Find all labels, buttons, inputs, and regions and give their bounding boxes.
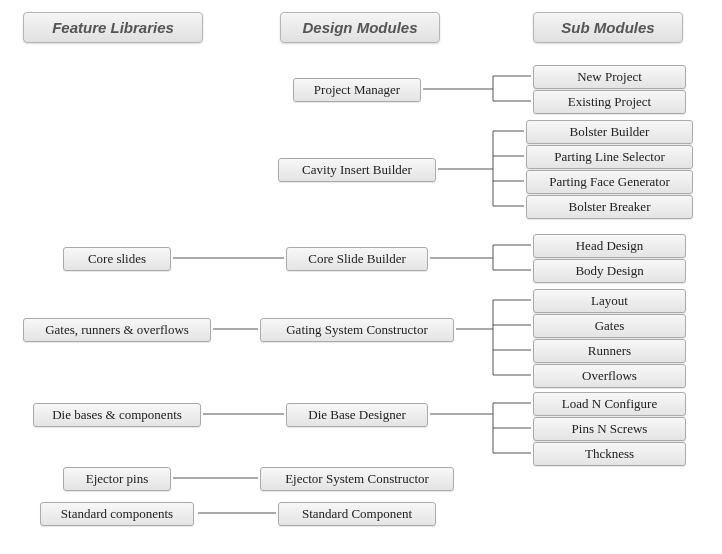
sub-thickness: Thckness: [533, 442, 686, 466]
header-sub-modules: Sub Modules: [533, 12, 683, 43]
module-ejector-system-constructor: Ejector System Constructor: [260, 467, 454, 491]
sub-gates: Gates: [533, 314, 686, 338]
sub-parting-face-generator: Parting Face Generator: [526, 170, 693, 194]
module-standard-component: Standard Component: [278, 502, 436, 526]
sub-overflows: Overflows: [533, 364, 686, 388]
sub-body-design: Body Design: [533, 259, 686, 283]
sub-existing-project: Existing Project: [533, 90, 686, 114]
module-core-slide-builder: Core Slide Builder: [286, 247, 428, 271]
feature-ejector-pins: Ejector pins: [63, 467, 171, 491]
feature-die-bases: Die bases & components: [33, 403, 201, 427]
sub-load-n-configure: Load N Configure: [533, 392, 686, 416]
sub-parting-line-selector: Parting Line Selector: [526, 145, 693, 169]
header-feature-libraries: Feature Libraries: [23, 12, 203, 43]
sub-head-design: Head Design: [533, 234, 686, 258]
feature-core-slides: Core slides: [63, 247, 171, 271]
sub-runners: Runners: [533, 339, 686, 363]
module-die-base-designer: Die Base Designer: [286, 403, 428, 427]
module-gating-system-constructor: Gating System Constructor: [260, 318, 454, 342]
feature-standard-components: Standard components: [40, 502, 194, 526]
diagram-canvas: Feature Libraries Design Modules Sub Mod…: [18, 12, 708, 542]
sub-bolster-builder: Bolster Builder: [526, 120, 693, 144]
sub-new-project: New Project: [533, 65, 686, 89]
sub-bolster-breaker: Bolster Breaker: [526, 195, 693, 219]
module-cavity-insert-builder: Cavity Insert Builder: [278, 158, 436, 182]
sub-pins-n-screws: Pins N Screws: [533, 417, 686, 441]
feature-gating: Gates, runners & overflows: [23, 318, 211, 342]
module-project-manager: Project Manager: [293, 78, 421, 102]
sub-layout: Layout: [533, 289, 686, 313]
header-design-modules: Design Modules: [280, 12, 440, 43]
